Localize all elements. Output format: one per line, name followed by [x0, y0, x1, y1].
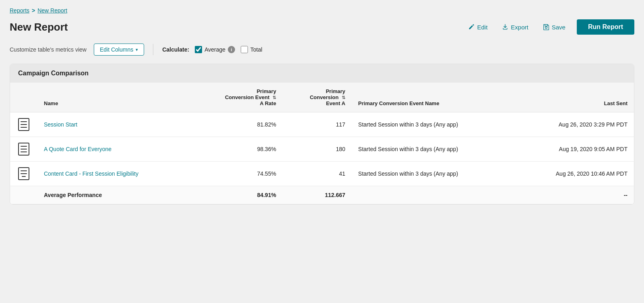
- header-actions: Edit Export Save Run Report: [465, 19, 634, 35]
- average-label: Average: [204, 46, 225, 53]
- col-header-rate: PrimaryConversion Event ⇅A Rate: [191, 83, 283, 112]
- avg-rate: 84.91%: [191, 186, 283, 204]
- sort-icon-rate[interactable]: ⇅: [272, 95, 276, 100]
- icon-line-1: [21, 146, 27, 147]
- breadcrumb: Reports > New Report: [10, 7, 634, 14]
- campaign-icon: [17, 167, 31, 180]
- sort-icon-event[interactable]: ⇅: [342, 95, 345, 100]
- comparison-table: Name PrimaryConversion Event ⇅A Rate Pri…: [10, 83, 634, 204]
- avg-icon-cell: [10, 186, 37, 204]
- icon-line-3: [21, 152, 27, 152]
- icon-line-2: [21, 173, 27, 174]
- table-row: Session Start 81.82% 117 Started Session…: [10, 112, 634, 137]
- save-button[interactable]: Save: [540, 22, 569, 32]
- chevron-down-icon: ▾: [136, 47, 138, 52]
- average-checkbox-group: Average i: [195, 46, 235, 53]
- card-header: Campaign Comparison: [10, 64, 634, 83]
- avg-last-sent: --: [513, 186, 634, 204]
- edit-button[interactable]: Edit: [465, 22, 491, 32]
- avg-event-name: [352, 186, 513, 204]
- campaign-icon: [17, 118, 31, 131]
- row-icon-cell: [10, 112, 37, 137]
- col-header-icon: [10, 83, 37, 112]
- total-checkbox-group: Total: [241, 46, 262, 53]
- breadcrumb-separator: >: [32, 7, 35, 14]
- row-event-name: Started Session within 3 days (Any app): [352, 162, 513, 186]
- icon-line-1: [21, 170, 27, 171]
- row-rate: 98.36%: [191, 137, 283, 162]
- average-checkbox[interactable]: [195, 46, 202, 53]
- row-last-sent: Aug 26, 2020 3:29 PM PDT: [513, 112, 634, 137]
- icon-line-3: [22, 176, 26, 177]
- col-header-name: Name: [37, 83, 191, 112]
- icon-line-1: [21, 121, 27, 122]
- breadcrumb-current: New Report: [37, 7, 67, 14]
- row-name[interactable]: A Quote Card for Everyone: [37, 137, 191, 162]
- info-icon: i: [228, 46, 235, 53]
- row-rate: 74.55%: [191, 162, 283, 186]
- save-label: Save: [552, 24, 566, 31]
- row-icon-cell: [10, 162, 37, 186]
- col-header-event: PrimaryConversion ⇅Event A: [283, 83, 352, 112]
- table-row: A Quote Card for Everyone 98.36% 180 Sta…: [10, 137, 634, 162]
- comparison-card: Campaign Comparison Name PrimaryConversi…: [10, 64, 634, 205]
- average-row: Average Performance 84.91% 112.667 --: [10, 186, 634, 204]
- row-event-count: 180: [283, 137, 352, 162]
- export-label: Export: [511, 24, 528, 31]
- toolbar-divider: [153, 44, 153, 55]
- row-rate: 81.82%: [191, 112, 283, 137]
- total-label: Total: [250, 46, 262, 53]
- card-icon: [18, 167, 29, 180]
- toolbar-row: Customize table's metrics view Edit Colu…: [10, 44, 634, 56]
- total-checkbox[interactable]: [241, 46, 248, 53]
- row-event-count: 117: [283, 112, 352, 137]
- export-icon: [502, 24, 508, 30]
- col-header-last-sent: Last Sent: [513, 83, 634, 112]
- row-name[interactable]: Content Card - First Session Eligibility: [37, 162, 191, 186]
- row-event-count: 41: [283, 162, 352, 186]
- icon-line-3: [21, 127, 27, 128]
- row-last-sent: Aug 26, 2020 10:46 AM PDT: [513, 162, 634, 186]
- page-wrapper: Reports > New Report New Report Edit Exp…: [0, 0, 644, 303]
- row-event-name: Started Session within 3 days (Any app): [352, 112, 513, 137]
- avg-event-count: 112.667: [283, 186, 352, 204]
- card-icon: [18, 143, 29, 156]
- save-icon: [543, 24, 549, 30]
- icon-line-2: [21, 149, 27, 149]
- row-last-sent: Aug 19, 2020 9:05 AM PDT: [513, 137, 634, 162]
- run-report-button[interactable]: Run Report: [577, 19, 634, 35]
- campaign-icon: [17, 143, 31, 156]
- table-row: Content Card - First Session Eligibility…: [10, 162, 634, 186]
- row-event-name: Started Session within 3 days (Any app): [352, 137, 513, 162]
- edit-icon: [468, 24, 475, 30]
- calculate-label: Calculate:: [162, 46, 189, 53]
- header-row: New Report Edit Export Save Run Report: [10, 19, 634, 35]
- calculate-section: Calculate: Average i Total: [162, 46, 262, 53]
- table-header-row: Name PrimaryConversion Event ⇅A Rate Pri…: [10, 83, 634, 112]
- icon-line-2: [21, 124, 27, 125]
- breadcrumb-reports-link[interactable]: Reports: [10, 7, 29, 14]
- page-title: New Report: [10, 21, 68, 33]
- edit-columns-label: Edit Columns: [100, 46, 133, 53]
- row-name[interactable]: Session Start: [37, 112, 191, 137]
- export-button[interactable]: Export: [499, 22, 531, 32]
- col-header-event-name: Primary Conversion Event Name: [352, 83, 513, 112]
- card-icon: [18, 118, 29, 131]
- customize-label: Customize table's metrics view: [10, 46, 87, 53]
- row-icon-cell: [10, 137, 37, 162]
- edit-columns-button[interactable]: Edit Columns ▾: [94, 44, 144, 56]
- avg-label: Average Performance: [37, 186, 191, 204]
- edit-label: Edit: [477, 24, 487, 31]
